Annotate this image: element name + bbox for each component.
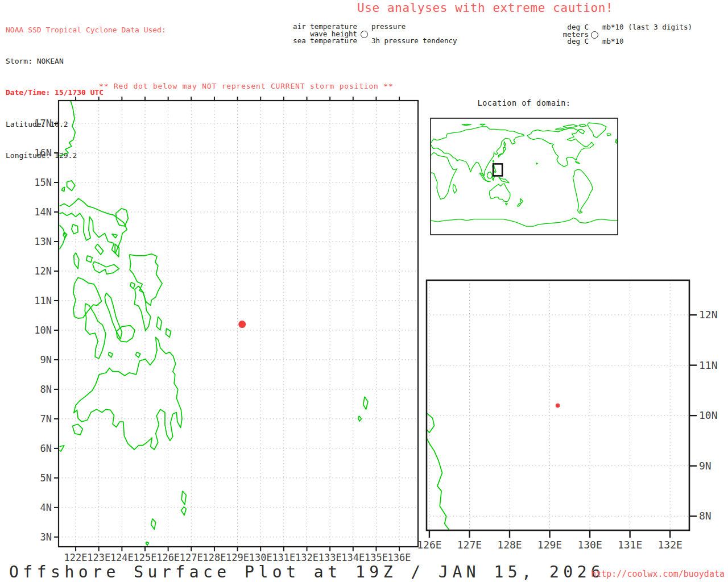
main-map-coastline: [146, 542, 149, 545]
world-coastline: [506, 203, 508, 205]
world-coastline: [431, 218, 618, 226]
axis-tick-label: 125E: [134, 552, 157, 563]
axis-tick-label: 130E: [577, 539, 602, 551]
world-coastline: [504, 142, 506, 147]
world-coastline: [607, 134, 611, 136]
main-map-coastline: [60, 446, 64, 451]
main-map-coastline: [117, 326, 135, 342]
axis-tick-label: 7N: [40, 413, 52, 425]
world-coastline: [493, 160, 494, 162]
main-map-coastline: [93, 261, 119, 274]
world-coastline: [431, 127, 524, 176]
axis-tick-label: 5N: [40, 472, 52, 484]
main-map-coastline: [136, 352, 140, 357]
axis-tick-label: 129E: [226, 552, 249, 563]
axis-tick-label: 134E: [341, 552, 365, 563]
axis-tick-label: 132E: [657, 539, 682, 551]
world-coastline: [536, 163, 538, 164]
storm-dot: [556, 404, 560, 408]
world-coastline: [555, 128, 565, 130]
axis-tick-label: 12N: [699, 309, 718, 321]
world-coastline: [480, 124, 485, 125]
world-coastline: [588, 123, 606, 138]
main-map-coastline: [95, 244, 104, 255]
axis-tick-label: 123E: [87, 552, 110, 563]
axis-tick-label: 124E: [110, 552, 134, 563]
main-map-coastline: [112, 234, 118, 238]
world-coastline: [579, 124, 587, 127]
maps-canvas: 122E123E124E125E126E127E128E129E130E131E…: [0, 0, 728, 582]
main-map-coastline: [60, 101, 76, 156]
main-map-coastline: [358, 416, 362, 421]
world-coastline: [489, 184, 510, 202]
main-map-coastline: [72, 225, 78, 234]
main-map-coastline: [74, 253, 79, 269]
main-map-coastline: [129, 254, 162, 306]
main-map-coastline: [85, 304, 106, 359]
main-map-coastline: [156, 317, 162, 330]
axis-tick-label: 132E: [295, 552, 318, 563]
axis-tick-label: 10N: [699, 409, 718, 421]
axis-tick-label: 15N: [34, 177, 52, 188]
main-map-coastline: [181, 507, 186, 516]
axis-tick-label: 133E: [318, 552, 342, 563]
axis-tick-label: 122E: [64, 552, 88, 563]
axis-tick-label: 131E: [272, 552, 295, 563]
world-coastline: [486, 180, 490, 181]
axis-tick-label: 126E: [417, 539, 441, 551]
world-coastline: [431, 152, 457, 199]
axis-tick-label: 11N: [34, 295, 52, 306]
main-map-frame: [59, 101, 418, 547]
world-coastline: [527, 128, 594, 167]
world-coastline: [575, 161, 580, 163]
main-map-coastline: [109, 352, 113, 357]
main-map-coastline: [74, 337, 182, 450]
axis-tick-label: 127E: [180, 552, 203, 563]
world-coastline: [498, 147, 506, 157]
world-coastline: [578, 129, 585, 134]
source-url-link[interactable]: http://coolwx.com/buoydata: [572, 569, 725, 579]
main-map-coastline: [363, 397, 368, 409]
axis-tick-label: 129E: [537, 539, 562, 551]
axis-tick-label: 16N: [34, 147, 52, 159]
domain-location-rect: [493, 164, 502, 176]
world-coastline: [563, 124, 578, 128]
main-map-coastline: [130, 282, 135, 289]
axis-tick-label: 136E: [388, 552, 411, 563]
main-map-coastline: [181, 491, 186, 505]
main-map-coastline: [105, 293, 122, 339]
axis-tick-label: 3N: [40, 531, 52, 543]
world-coastline: [573, 169, 593, 213]
axis-tick-label: 9N: [699, 460, 712, 472]
axis-tick-label: 17N: [34, 118, 52, 129]
axis-tick-label: 6N: [40, 443, 52, 454]
world-coastline: [499, 177, 509, 183]
main-map-coastline: [72, 424, 82, 435]
zoom-map-coastline: [427, 413, 434, 433]
main-map-coastline: [73, 277, 102, 318]
axis-tick-label: 128E: [202, 552, 226, 563]
main-map-coastline: [151, 519, 156, 530]
axis-tick-label: 9N: [40, 354, 52, 365]
main-map-coastline: [134, 286, 150, 331]
axis-tick-label: 131E: [618, 539, 642, 551]
world-coastline: [453, 184, 456, 193]
main-map-coastline: [62, 187, 65, 191]
axis-tick-label: 12N: [34, 265, 52, 277]
plot-title: Offshore Surface Plot at 19Z / JAN 15, 2…: [9, 563, 605, 581]
axis-tick-label: 10N: [34, 325, 52, 336]
axis-tick-label: 130E: [249, 552, 272, 563]
world-coastline: [462, 124, 471, 125]
axis-tick-label: 135E: [365, 552, 388, 563]
axis-tick-label: 8N: [40, 384, 52, 395]
axis-tick-label: 14N: [34, 206, 52, 218]
main-map-coastline: [166, 329, 171, 338]
axis-tick-label: 8N: [699, 510, 712, 522]
axis-tick-label: 4N: [40, 502, 52, 513]
axis-tick-label: 11N: [699, 359, 718, 371]
main-map-coastline: [116, 209, 129, 226]
storm-dot: [238, 321, 246, 328]
main-map-coastline: [86, 256, 93, 263]
world-coastline: [518, 203, 521, 206]
axis-tick-label: 126E: [156, 552, 180, 563]
